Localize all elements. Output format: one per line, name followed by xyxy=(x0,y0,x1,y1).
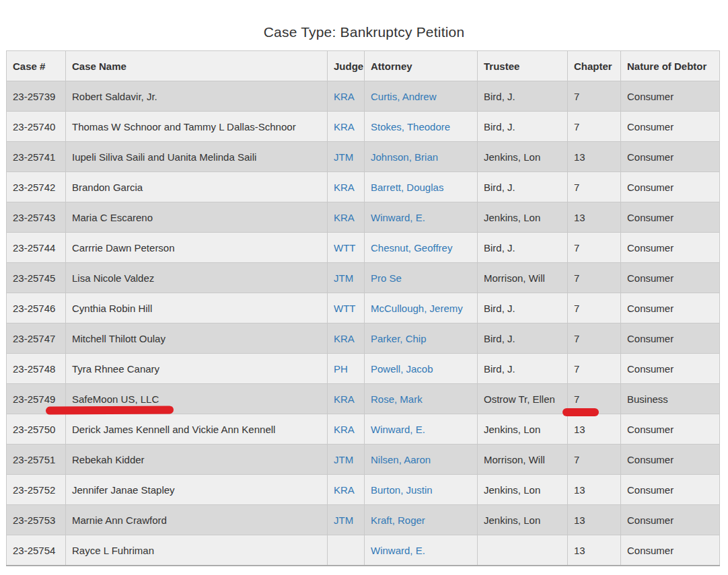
attorney-cell: Winward, E. xyxy=(365,535,478,566)
judge-cell: KRA xyxy=(328,202,365,233)
judge-link[interactable]: KRA xyxy=(334,484,355,496)
header-row: Case # Case Name Judge Attorney Trustee … xyxy=(7,51,720,81)
chapter-cell: 13 xyxy=(568,505,621,535)
attorney-link[interactable]: Winward, E. xyxy=(371,424,425,435)
nature-of-debtor-cell: Consumer xyxy=(621,81,720,112)
trustee-cell: Bird, J. xyxy=(478,233,568,263)
judge-cell: KRA xyxy=(328,112,365,142)
trustee-cell: Bird, J. xyxy=(478,112,568,142)
case-number-cell: 23-25739 xyxy=(7,81,66,112)
column-header-judge: Judge xyxy=(328,51,365,81)
attorney-link[interactable]: Parker, Chip xyxy=(371,333,427,344)
nature-of-debtor-cell: Consumer xyxy=(621,475,720,505)
case-name-cell: Lisa Nicole Valdez xyxy=(66,263,328,293)
judge-link[interactable]: KRA xyxy=(334,333,355,344)
judge-link[interactable]: KRA xyxy=(334,91,355,102)
judge-link[interactable]: JTM xyxy=(334,151,353,163)
attorney-link[interactable]: Winward, E. xyxy=(371,212,425,223)
judge-link[interactable]: KRA xyxy=(334,121,355,132)
judge-cell: WTT xyxy=(328,233,365,263)
chapter-cell: 13 xyxy=(568,475,621,505)
judge-cell: KRA xyxy=(328,475,365,505)
judge-link[interactable]: PH xyxy=(334,363,348,375)
judge-cell: KRA xyxy=(328,384,365,414)
attorney-link[interactable]: Kraft, Roger xyxy=(371,514,425,526)
chapter-cell: 7 xyxy=(568,354,621,384)
judge-link[interactable]: JTM xyxy=(334,514,353,526)
trustee-cell: Bird, J. xyxy=(478,172,568,202)
judge-link[interactable]: JTM xyxy=(334,272,353,284)
column-header-attorney: Attorney xyxy=(365,51,478,81)
nature-of-debtor-cell: Consumer xyxy=(621,323,720,354)
case-name-cell: Maria C Escareno xyxy=(66,202,328,233)
attorney-link[interactable]: Chesnut, Geoffrey xyxy=(371,242,452,254)
case-name-cell: Rebekah Kidder xyxy=(66,445,328,475)
table-row: 23-25743 Maria C Escareno KRA Winward, E… xyxy=(7,202,720,233)
attorney-cell: Chesnut, Geoffrey xyxy=(365,233,478,263)
judge-link[interactable]: KRA xyxy=(334,393,355,405)
nature-of-debtor-cell: Consumer xyxy=(621,142,720,172)
attorney-link[interactable]: Johnson, Brian xyxy=(371,151,438,163)
attorney-link[interactable]: Powell, Jacob xyxy=(371,363,433,375)
case-number-cell: 23-25748 xyxy=(7,354,66,384)
chapter-cell: 7 xyxy=(568,81,621,112)
attorney-link[interactable]: Stokes, Theodore xyxy=(371,121,450,132)
attorney-link[interactable]: McCullough, Jeremy xyxy=(371,303,463,314)
nature-of-debtor-cell: Consumer xyxy=(621,202,720,233)
attorney-link[interactable]: Burton, Justin xyxy=(371,484,433,496)
table-row: 23-25739 Robert Saldavir, Jr. KRA Curtis… xyxy=(7,81,720,112)
judge-link[interactable]: KRA xyxy=(334,424,355,435)
attorney-link[interactable]: Curtis, Andrew xyxy=(371,91,437,102)
attorney-cell: Nilsen, Aaron xyxy=(365,445,478,475)
trustee-cell: Bird, J. xyxy=(478,354,568,384)
table-row: 23-25752 Jennifer Janae Stapley KRA Burt… xyxy=(7,475,720,505)
case-name-cell: Mitchell Thilott Oulay xyxy=(66,323,328,354)
judge-cell: PH xyxy=(328,354,365,384)
case-name-cell: Tyra Rhnee Canary xyxy=(66,354,328,384)
trustee-cell: Jenkins, Lon xyxy=(478,475,568,505)
attorney-link[interactable]: Barrett, Douglas xyxy=(371,182,443,193)
chapter-cell: 7 xyxy=(568,445,621,475)
table-header: Case # Case Name Judge Attorney Trustee … xyxy=(7,51,720,81)
case-number-cell: 23-25746 xyxy=(7,293,66,323)
nature-of-debtor-cell: Consumer xyxy=(621,172,720,202)
judge-link[interactable]: JTM xyxy=(334,454,353,465)
judge-link[interactable]: WTT xyxy=(334,242,355,254)
trustee-cell: Bird, J. xyxy=(478,323,568,354)
table-row: 23-25747 Mitchell Thilott Oulay KRA Park… xyxy=(7,323,720,354)
column-header-trustee: Trustee xyxy=(478,51,568,81)
bankruptcy-cases-table: Case # Case Name Judge Attorney Trustee … xyxy=(6,50,720,566)
judge-cell: WTT xyxy=(328,293,365,323)
case-name-cell: Marnie Ann Crawford xyxy=(66,505,328,535)
case-number-cell: 23-25745 xyxy=(7,263,66,293)
nature-of-debtor-cell: Consumer xyxy=(621,354,720,384)
attorney-link[interactable]: Winward, E. xyxy=(371,545,425,556)
chapter-cell: 13 xyxy=(568,535,621,566)
attorney-link[interactable]: Nilsen, Aaron xyxy=(371,454,431,465)
case-name-cell: Thomas W Schnoor and Tammy L Dallas-Schn… xyxy=(66,112,328,142)
trustee-cell: Bird, J. xyxy=(478,81,568,112)
case-name-cell: Jennifer Janae Stapley xyxy=(66,475,328,505)
red-marker-underline-case-name xyxy=(46,406,174,414)
nature-of-debtor-cell: Consumer xyxy=(621,293,720,323)
attorney-cell: Pro Se xyxy=(365,263,478,293)
case-number-cell: 23-25742 xyxy=(7,172,66,202)
attorney-cell: Powell, Jacob xyxy=(365,354,478,384)
attorney-cell: Burton, Justin xyxy=(365,475,478,505)
table-row: 23-25744 Carrrie Dawn Peterson WTT Chesn… xyxy=(7,233,720,263)
judge-link[interactable]: WTT xyxy=(334,303,355,314)
chapter-cell: 7 xyxy=(568,172,621,202)
table-row: 23-25745 Lisa Nicole Valdez JTM Pro Se M… xyxy=(7,263,720,293)
judge-link[interactable]: KRA xyxy=(334,182,355,193)
trustee-cell xyxy=(478,535,568,566)
judge-link[interactable]: KRA xyxy=(334,212,355,223)
attorney-link[interactable]: Pro Se xyxy=(371,272,402,284)
chapter-cell: 13 xyxy=(568,414,621,445)
chapter-cell: 13 xyxy=(568,142,621,172)
attorney-link[interactable]: Rose, Mark xyxy=(371,393,423,405)
case-number-cell: 23-25754 xyxy=(7,535,66,566)
nature-of-debtor-cell: Consumer xyxy=(621,112,720,142)
judge-cell: KRA xyxy=(328,81,365,112)
judge-cell: KRA xyxy=(328,323,365,354)
table-row: 23-25753 Marnie Ann Crawford JTM Kraft, … xyxy=(7,505,720,535)
